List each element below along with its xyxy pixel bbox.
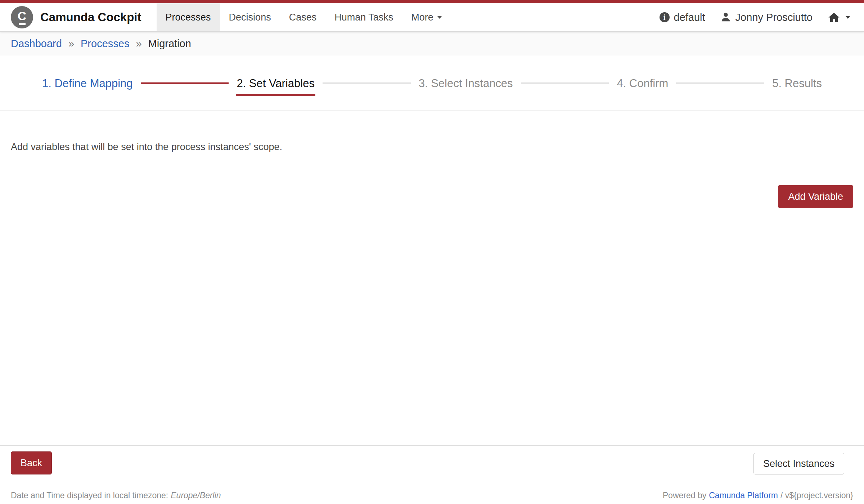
camunda-platform-link[interactable]: Camunda Platform xyxy=(709,491,778,500)
user-name: Jonny Prosciutto xyxy=(735,12,813,23)
user-menu[interactable]: Jonny Prosciutto xyxy=(720,12,813,23)
chevron-down-icon xyxy=(845,16,850,19)
timezone-value: Europe/Berlin xyxy=(171,491,221,500)
logo-underscore xyxy=(19,23,26,25)
main-nav: Processes Decisions Cases Human Tasks Mo… xyxy=(157,3,451,31)
timezone-prefix: Date and Time displayed in local timezon… xyxy=(11,491,168,500)
engine-name: default xyxy=(674,12,705,23)
breadcrumb-dashboard[interactable]: Dashboard xyxy=(11,38,62,50)
app-header: C Camunda Cockpit Processes Decisions Ca… xyxy=(0,3,864,32)
set-variables-panel: Add variables that will be set into the … xyxy=(0,141,864,153)
step-connector xyxy=(676,82,764,84)
home-menu[interactable] xyxy=(828,12,850,23)
breadcrumb-current-migration: Migration xyxy=(148,38,191,50)
status-bar: Date and Time displayed in local timezon… xyxy=(0,487,864,504)
wizard-steps: 1. Define Mapping 2. Set Variables 3. Se… xyxy=(0,56,864,111)
nav-item-cases[interactable]: Cases xyxy=(280,3,326,31)
wizard-step-select-instances: 3. Select Instances xyxy=(419,77,513,90)
header-right: i default Jonny Prosciutto xyxy=(660,3,864,31)
breadcrumb-processes[interactable]: Processes xyxy=(81,38,129,50)
wizard-step-define-mapping[interactable]: 1. Define Mapping xyxy=(42,77,133,90)
step-connector xyxy=(323,82,411,84)
wizard-step-results: 5. Results xyxy=(772,77,822,90)
nav-more-label: More xyxy=(411,12,433,23)
nav-item-human-tasks[interactable]: Human Tasks xyxy=(325,3,402,31)
app-title: Camunda Cockpit xyxy=(40,10,141,24)
person-icon xyxy=(720,12,731,23)
top-accent-bar xyxy=(0,0,864,3)
controls-divider xyxy=(0,445,864,446)
timezone-note: Date and Time displayed in local timezon… xyxy=(11,491,221,500)
logo-letter: C xyxy=(18,10,27,22)
camunda-logo-icon: C xyxy=(11,6,33,28)
nav-item-decisions[interactable]: Decisions xyxy=(220,3,280,31)
engine-selector[interactable]: i default xyxy=(660,12,705,23)
home-icon xyxy=(828,12,840,23)
breadcrumb-separator: » xyxy=(136,38,141,50)
nav-item-processes[interactable]: Processes xyxy=(157,3,220,31)
powered-version: / v${project.version} xyxy=(780,491,853,500)
powered-by: Powered byCamunda Platform/ v${project.v… xyxy=(663,491,853,500)
nav-item-more[interactable]: More xyxy=(402,3,451,31)
breadcrumb-separator: » xyxy=(68,38,74,50)
select-instances-button[interactable]: Select Instances xyxy=(753,453,844,474)
chevron-down-icon xyxy=(437,16,442,19)
wizard-step-set-variables: 2. Set Variables xyxy=(237,77,315,90)
brand-home-link[interactable]: C Camunda Cockpit xyxy=(11,3,141,31)
info-icon: i xyxy=(660,12,670,22)
add-variable-button[interactable]: Add Variable xyxy=(778,185,853,208)
wizard-step-confirm: 4. Confirm xyxy=(617,77,668,90)
powered-prefix: Powered by xyxy=(663,491,706,500)
step-connector xyxy=(141,82,229,84)
panel-description: Add variables that will be set into the … xyxy=(11,141,864,153)
step-connector xyxy=(521,82,609,84)
back-button[interactable]: Back xyxy=(11,451,52,474)
breadcrumb: Dashboard » Processes » Migration xyxy=(0,32,864,56)
